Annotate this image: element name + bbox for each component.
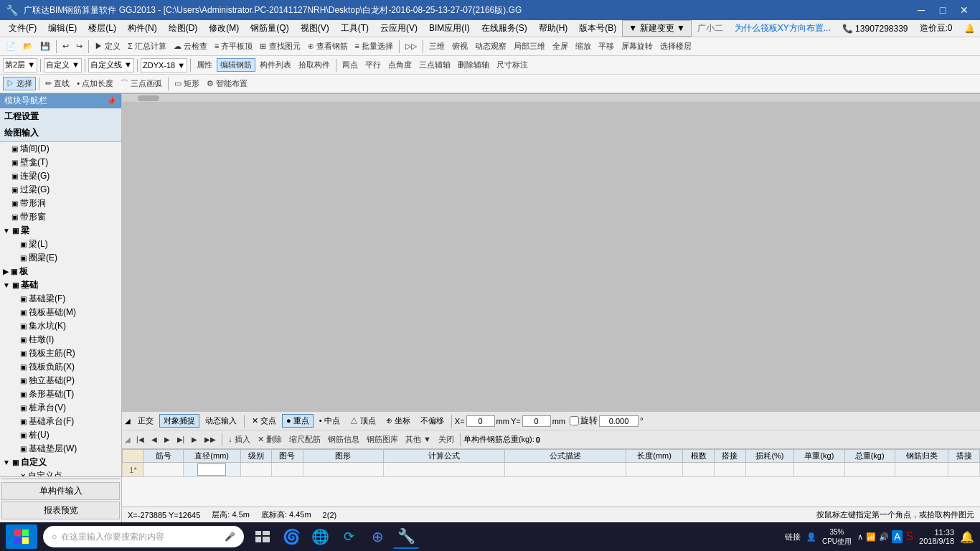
tree-beam-category[interactable]: ▼ ▣ 梁 bbox=[0, 224, 121, 237]
total-weight-cell[interactable] bbox=[844, 463, 895, 477]
parallel-btn[interactable]: 平行 bbox=[362, 59, 384, 71]
tree-custom-point[interactable]: ✕ 自定义点 bbox=[17, 469, 121, 476]
menu-edit[interactable]: 编辑(E) bbox=[42, 21, 83, 36]
menu-tools[interactable]: 工具(T) bbox=[335, 21, 374, 36]
hscroll-thumb[interactable] bbox=[138, 95, 159, 101]
menu-floor[interactable]: 楼层(L) bbox=[83, 21, 122, 36]
rebar-type-cell[interactable] bbox=[895, 463, 948, 477]
define-btn[interactable]: ▶ 定义 bbox=[92, 40, 123, 52]
tree-pile[interactable]: ▣ 桩(U) bbox=[17, 428, 121, 442]
floor-dropdown[interactable]: 第2层 ▼ bbox=[3, 58, 37, 72]
new-file-btn[interactable]: 📄 bbox=[3, 41, 19, 52]
edit-rebar-btn[interactable]: 编辑钢筋 bbox=[217, 58, 255, 72]
taskbar-edge-btn[interactable]: 🌀 bbox=[278, 524, 304, 549]
diameter-cell[interactable] bbox=[183, 463, 240, 477]
tree-col-cap[interactable]: ▣ 柱墩(I) bbox=[17, 333, 121, 347]
dynamic-input-btn[interactable]: 动态输入 bbox=[201, 414, 241, 428]
insert-row-btn[interactable]: ↓ 插入 bbox=[225, 433, 253, 446]
taskbar-clock[interactable]: 11:33 2018/9/18 bbox=[919, 528, 954, 545]
shape-cell[interactable] bbox=[303, 463, 384, 477]
tree-raft-main-bar[interactable]: ▣ 筏板主筋(R) bbox=[17, 347, 121, 360]
lap2-cell[interactable] bbox=[948, 463, 980, 477]
nav-prev-btn[interactable]: ◀ bbox=[149, 435, 160, 444]
orthogonal-btn[interactable]: 正交 bbox=[133, 414, 158, 428]
notification-btn[interactable]: 🔔 bbox=[960, 530, 974, 544]
tree-beam-l[interactable]: ▣ 梁(L) bbox=[17, 237, 121, 251]
more-btn[interactable]: ▷▷ bbox=[402, 41, 420, 52]
undo-btn[interactable]: ↩ bbox=[60, 41, 72, 52]
nav-play-btn[interactable]: ▶ bbox=[189, 435, 200, 444]
local-3d-btn[interactable]: 局部三维 bbox=[511, 40, 548, 52]
smart-layout-btn[interactable]: ⚙ 智能布置 bbox=[204, 77, 250, 90]
tree-found-beam[interactable]: ▣ 基础梁(F) bbox=[17, 292, 121, 306]
length-cell[interactable] bbox=[626, 463, 683, 477]
tree-ring-beam[interactable]: ▣ 圈梁(E) bbox=[17, 251, 121, 265]
tree-draw-input[interactable]: 绘图输入 bbox=[0, 125, 121, 142]
taskbar-ggj-btn[interactable]: 🔧 bbox=[393, 524, 419, 549]
grade-cell[interactable] bbox=[240, 463, 272, 477]
tree-foundation-category[interactable]: ▼ ▣ 基础 bbox=[0, 278, 121, 292]
tree-strip-window[interactable]: ▣ 带形窗 bbox=[9, 210, 121, 224]
tree-engineering-setup[interactable]: 工程设置 bbox=[0, 108, 121, 125]
tree-pile-cap[interactable]: ▣ 桩承台(V) bbox=[17, 401, 121, 415]
steel-table-wrapper[interactable]: 筋号 直径(mm) 级别 图号 图形 计算公式 公式描述 长度(mm) 根数 bbox=[122, 449, 980, 507]
nav-next-btn[interactable]: ▶ bbox=[161, 435, 173, 444]
single-component-btn[interactable]: 单构件输入 bbox=[1, 482, 120, 500]
menu-help[interactable]: 帮助(H) bbox=[533, 21, 574, 36]
style-dropdown[interactable]: ZDYX-18 ▼ bbox=[141, 58, 187, 72]
menu-modify[interactable]: 修改(M) bbox=[203, 21, 245, 36]
taskbar-ie-btn[interactable]: 🌐 bbox=[307, 524, 333, 549]
point-extend-btn[interactable]: • 点加长度 bbox=[74, 77, 116, 90]
pick-component-btn[interactable]: 拾取构件 bbox=[296, 59, 333, 71]
coord-btn[interactable]: ⊕ 坐标 bbox=[382, 414, 415, 428]
rebar-lib-btn[interactable]: 钢筋图库 bbox=[364, 433, 401, 446]
three-arc-btn[interactable]: ⌒ 三点画弧 bbox=[118, 77, 165, 90]
fullscreen-btn[interactable]: 全屏 bbox=[550, 40, 571, 52]
linetype-dropdown[interactable]: 自定义线 ▼ bbox=[88, 58, 134, 72]
calc-btn[interactable]: Σ 汇总计算 bbox=[125, 40, 169, 52]
screen-rotate-btn[interactable]: 屏幕旋转 bbox=[618, 40, 656, 52]
taskbar-app4-btn[interactable]: ⊕ bbox=[364, 524, 390, 549]
lap-cell[interactable] bbox=[715, 463, 746, 477]
diameter-input[interactable] bbox=[197, 463, 226, 476]
nav-first-btn[interactable]: |◀ bbox=[133, 435, 147, 444]
task-view-btn[interactable] bbox=[250, 524, 275, 549]
tree-connecting-beam[interactable]: ▣ 连梁(G) bbox=[9, 169, 121, 183]
dim-btn[interactable]: 尺寸标注 bbox=[494, 59, 531, 71]
found-collapse-icon[interactable]: ▼ bbox=[3, 281, 10, 289]
rotate-checkbox[interactable] bbox=[570, 416, 579, 425]
mic-icon[interactable]: 🎤 bbox=[225, 532, 235, 542]
del-aux-btn[interactable]: 删除辅轴 bbox=[455, 59, 492, 71]
level-top-btn[interactable]: ≡ 齐平板顶 bbox=[212, 40, 255, 52]
intersect-btn[interactable]: ✕ 交点 bbox=[248, 414, 281, 428]
network-icon[interactable]: 📶 bbox=[866, 532, 876, 542]
taskbar-up-arrow[interactable]: ∧ bbox=[857, 532, 863, 542]
tree-lintel[interactable]: ▣ 过梁(G) bbox=[9, 183, 121, 197]
antivirus-icon[interactable]: S bbox=[905, 530, 913, 543]
custom-collapse-icon[interactable]: ▼ bbox=[3, 458, 10, 466]
open-btn[interactable]: 📂 bbox=[20, 41, 36, 52]
tree-strip-opening[interactable]: ▣ 带形洞 bbox=[9, 197, 121, 210]
batch-select-btn[interactable]: ≡ 批量选择 bbox=[352, 40, 396, 52]
new-change-btn[interactable]: ▼ 新建变更 ▼ bbox=[622, 20, 691, 37]
menu-version[interactable]: 版本号(B) bbox=[573, 21, 622, 36]
pan-btn[interactable]: 平移 bbox=[595, 40, 617, 52]
nav-last-btn[interactable]: ▶| bbox=[174, 435, 188, 444]
x-input[interactable] bbox=[466, 415, 495, 427]
scale-rebar-btn[interactable]: 缩尺配筋 bbox=[286, 433, 324, 446]
loss-cell[interactable] bbox=[745, 463, 794, 477]
tree-sump[interactable]: ▣ 集水坑(K) bbox=[17, 319, 121, 333]
other-btn[interactable]: 其他 ▼ bbox=[402, 433, 434, 446]
tree-strip-found[interactable]: ▣ 条形基础(T) bbox=[17, 387, 121, 401]
slab-collapse-icon[interactable]: ▶ bbox=[3, 268, 9, 276]
volume-icon[interactable]: 🔊 bbox=[879, 532, 889, 542]
maximize-button[interactable]: □ bbox=[933, 2, 953, 18]
count-cell[interactable] bbox=[683, 463, 715, 477]
tree-wall-gap[interactable]: ▣ 墙间(D) bbox=[9, 142, 121, 156]
bar-num-cell[interactable] bbox=[144, 463, 184, 477]
rotate-input[interactable] bbox=[599, 415, 639, 427]
tree-found-bed[interactable]: ▣ 基础垫层(W) bbox=[17, 442, 121, 456]
midline-btn[interactable]: • 中点 bbox=[315, 414, 344, 428]
no-offset-btn[interactable]: 不偏移 bbox=[416, 414, 448, 428]
menu-rebar-qty[interactable]: 钢筋量(Q) bbox=[245, 21, 294, 36]
